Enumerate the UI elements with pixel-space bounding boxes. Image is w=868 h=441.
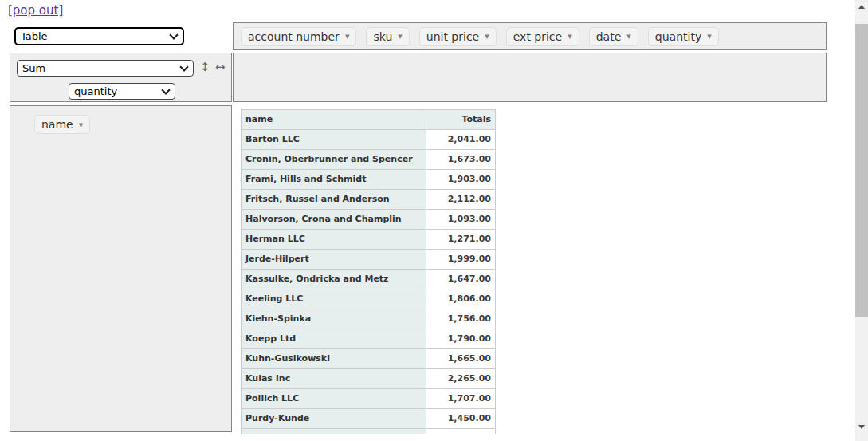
table-row: Halvorson, Crona and Champlin1,093.00 <box>242 210 496 230</box>
attribute-button-sku[interactable]: sku▾ <box>366 27 409 46</box>
table-row: Kuhn-Gusikowski1,665.00 <box>242 349 496 369</box>
table-row <box>242 429 496 435</box>
total-value-cell: 1,665.00 <box>426 349 496 369</box>
row-header-cell: Keeling LLC <box>242 289 426 309</box>
attribute-item: unit price▾ <box>419 27 497 46</box>
row-header-cell: Herman LLC <box>242 230 426 250</box>
attribute-label: account number <box>248 30 340 43</box>
triangle-down-icon[interactable]: ▾ <box>707 32 712 41</box>
aggregator-container: Sum ↕ ↔ quantity <box>10 53 232 102</box>
row-header-cell: Halvorson, Crona and Champlin <box>242 210 426 230</box>
total-value-cell: 2,112.00 <box>426 190 496 210</box>
attribute-item: ext price▾ <box>506 27 579 46</box>
unused-attributes-list: account number▾sku▾unit price▾ext price▾… <box>234 23 826 49</box>
down-arrow-icon <box>858 425 865 429</box>
triangle-down-icon[interactable]: ▾ <box>485 32 489 41</box>
renderer-select[interactable]: Table <box>14 27 184 45</box>
attribute-item: quantity▾ <box>648 27 719 46</box>
table-row: Koepp Ltd1,790.00 <box>242 329 496 349</box>
triangle-down-icon[interactable]: ▾ <box>79 120 84 129</box>
total-value-cell: 1,790.00 <box>426 329 496 349</box>
chevron-down-icon <box>169 30 178 39</box>
triangle-down-icon[interactable]: ▾ <box>345 32 350 41</box>
renderer-select-value: Table <box>21 30 48 42</box>
row-header-cell: Jerde-Hilpert <box>242 250 426 270</box>
row-header-cell: Purdy-Kunde <box>242 409 426 429</box>
attribute-button-name[interactable]: name▾ <box>34 115 90 134</box>
row-header-cell: Kiehn-Spinka <box>242 309 426 329</box>
total-value-cell: 1,999.00 <box>426 250 496 270</box>
attribute-label: date <box>596 30 622 43</box>
row-header-cell: Fritsch, Russel and Anderson <box>242 190 426 210</box>
aggregator-select-value: Sum <box>22 62 45 74</box>
pop-out-link[interactable]: [pop out] <box>8 3 63 18</box>
attribute-button-quantity[interactable]: quantity▾ <box>648 27 719 46</box>
row-order-button[interactable]: ↕ <box>200 59 210 75</box>
chevron-down-icon <box>179 62 188 71</box>
total-value-cell: 1,903.00 <box>426 170 496 190</box>
col-order-button[interactable]: ↔ <box>215 59 226 75</box>
total-value-cell <box>426 429 496 435</box>
row-axis-container[interactable]: name▾ <box>10 105 232 432</box>
table-row: Fritsch, Russel and Anderson2,112.00 <box>242 190 496 210</box>
row-header-cell: Kuhn-Gusikowski <box>242 349 426 369</box>
table-header-row: name Totals <box>242 110 496 130</box>
total-value-cell: 1,707.00 <box>426 389 496 409</box>
column-axis-container[interactable] <box>233 53 827 102</box>
chevron-down-icon <box>161 85 170 94</box>
aggregator-arg-select[interactable]: quantity <box>69 83 175 100</box>
table-row: Purdy-Kunde1,450.00 <box>242 409 496 429</box>
table-row: Cronin, Oberbrunner and Spencer1,673.00 <box>242 150 496 170</box>
row-header-cell: Barton LLC <box>242 130 426 150</box>
attribute-button-ext-price[interactable]: ext price▾ <box>506 27 579 46</box>
triangle-down-icon[interactable]: ▾ <box>626 32 631 41</box>
aggregator-arg-value: quantity <box>74 85 117 97</box>
total-value-cell: 1,673.00 <box>426 150 496 170</box>
aggregator-select[interactable]: Sum <box>17 60 194 77</box>
attribute-button-date[interactable]: date▾ <box>589 27 638 46</box>
pivot-table-area: name Totals Barton LLC2,041.00Cronin, Ob… <box>241 109 496 434</box>
row-header-cell: Kulas Inc <box>242 369 426 389</box>
vertical-scrollbar[interactable] <box>855 0 868 441</box>
attribute-item: account number▾ <box>241 27 356 46</box>
row-header-cell: Cronin, Oberbrunner and Spencer <box>242 150 426 170</box>
table-row: Frami, Hills and Schmidt1,903.00 <box>242 170 496 190</box>
attribute-item: name▾ <box>34 115 90 134</box>
row-header-cell: Pollich LLC <box>242 389 426 409</box>
table-row: Herman LLC1,271.00 <box>242 230 496 250</box>
table-row: Keeling LLC1,806.00 <box>242 289 496 309</box>
triangle-down-icon[interactable]: ▾ <box>568 32 572 41</box>
row-header-cell: Kassulke, Ondricka and Metz <box>242 270 426 289</box>
scrollbar-thumb[interactable] <box>855 24 868 317</box>
table-row: Pollich LLC1,707.00 <box>242 389 496 409</box>
attribute-label: name <box>41 118 73 131</box>
row-header-cell <box>242 429 426 435</box>
up-arrow-icon <box>858 5 865 9</box>
table-row: Kiehn-Spinka1,756.00 <box>242 309 496 329</box>
table-row: Kassulke, Ondricka and Metz1,647.00 <box>242 270 496 289</box>
scrollbar-down-button[interactable] <box>855 420 868 434</box>
triangle-down-icon[interactable]: ▾ <box>398 32 403 41</box>
row-axis-list: name▾ <box>10 106 231 134</box>
attribute-label: sku <box>373 30 392 43</box>
attribute-label: ext price <box>513 30 562 43</box>
table-row: Kulas Inc2,265.00 <box>242 369 496 389</box>
pivot-table: name Totals Barton LLC2,041.00Cronin, Ob… <box>241 109 496 434</box>
scrollbar-up-button[interactable] <box>855 0 868 14</box>
row-header-cell: Frami, Hills and Schmidt <box>242 170 426 190</box>
row-header-cell: Koepp Ltd <box>242 329 426 349</box>
total-value-cell: 2,265.00 <box>426 369 496 389</box>
unused-attributes-container[interactable]: account number▾sku▾unit price▾ext price▾… <box>233 22 827 50</box>
total-value-cell: 2,041.00 <box>426 130 496 150</box>
attribute-button-unit-price[interactable]: unit price▾ <box>419 27 497 46</box>
total-value-cell: 1,271.00 <box>426 230 496 250</box>
column-header-name: name <box>242 110 426 130</box>
total-value-cell: 1,450.00 <box>426 409 496 429</box>
attribute-button-account-number[interactable]: account number▾ <box>241 27 356 46</box>
total-value-cell: 1,806.00 <box>426 289 496 309</box>
total-value-cell: 1,756.00 <box>426 309 496 329</box>
attribute-item: sku▾ <box>366 27 409 46</box>
total-value-cell: 1,093.00 <box>426 210 496 230</box>
attribute-label: unit price <box>426 30 479 43</box>
total-value-cell: 1,647.00 <box>426 270 496 289</box>
